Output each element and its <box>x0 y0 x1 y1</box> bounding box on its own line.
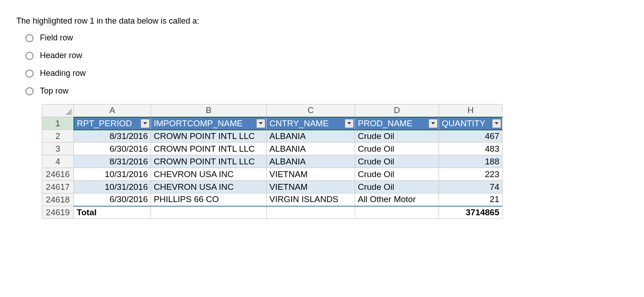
filter-dropdown-icon[interactable] <box>492 119 501 128</box>
cell-rpt-period[interactable]: 8/31/2016 <box>74 155 151 168</box>
filter-dropdown-icon[interactable] <box>141 119 150 128</box>
total-empty[interactable] <box>267 206 355 219</box>
cell-quantity[interactable]: 188 <box>439 155 503 168</box>
cell-prod[interactable]: Crude Oil <box>355 168 439 181</box>
cell-quantity[interactable]: 467 <box>439 130 503 143</box>
header-label: RPT_PERIOD <box>77 119 132 128</box>
filter-dropdown-icon[interactable] <box>429 119 438 128</box>
cell-importcomp[interactable]: PHILLIPS 66 CO <box>151 193 267 206</box>
header-row: 1 RPT_PERIOD IMPORTCOMP_NAME CNTRY_NAME … <box>42 117 503 130</box>
cell-prod[interactable]: Crude Oil <box>355 143 439 155</box>
row-number[interactable]: 24619 <box>42 206 74 219</box>
cell-rpt-period[interactable]: 10/31/2016 <box>74 168 151 181</box>
table-row: 2 8/31/2016 CROWN POINT INTL LLC ALBANIA… <box>42 130 503 143</box>
table-row: 24617 10/31/2016 CHEVRON USA INC VIETNAM… <box>42 181 503 193</box>
option-label: Heading row <box>40 69 86 78</box>
option-field-row[interactable]: Field row <box>25 33 635 43</box>
cell-quantity[interactable]: 21 <box>439 193 503 206</box>
row-number[interactable]: 24616 <box>42 168 74 181</box>
header-label: IMPORTCOMP_NAME <box>154 119 243 128</box>
row-number-1[interactable]: 1 <box>42 117 74 130</box>
row-number[interactable]: 24618 <box>42 193 74 206</box>
total-row: 24619 Total 3714865 <box>42 206 503 219</box>
total-label[interactable]: Total <box>74 206 151 219</box>
col-header-A[interactable]: A <box>74 104 151 117</box>
cell-importcomp[interactable]: CHEVRON USA INC <box>151 181 267 193</box>
header-cell-cntry-name[interactable]: CNTRY_NAME <box>267 117 355 130</box>
header-label: CNTRY_NAME <box>269 119 329 128</box>
total-empty[interactable] <box>151 206 267 219</box>
option-label: Top row <box>40 86 68 96</box>
cell-prod[interactable]: Crude Oil <box>355 155 439 168</box>
row-number[interactable]: 4 <box>42 155 74 168</box>
row-number[interactable]: 2 <box>42 130 74 143</box>
cell-importcomp[interactable]: CHEVRON USA INC <box>151 168 267 181</box>
cell-rpt-period[interactable]: 10/31/2016 <box>74 181 151 193</box>
cell-prod[interactable]: Crude Oil <box>355 130 439 143</box>
cell-rpt-period[interactable]: 6/30/2016 <box>74 193 151 206</box>
row-number[interactable]: 3 <box>42 143 74 155</box>
answer-options: Field row Header row Heading row Top row <box>25 33 635 96</box>
option-label: Field row <box>40 33 73 43</box>
select-all-corner[interactable] <box>42 104 74 117</box>
option-top-row[interactable]: Top row <box>25 86 635 96</box>
total-quantity[interactable]: 3714865 <box>439 206 503 219</box>
cell-cntry[interactable]: ALBANIA <box>267 130 355 143</box>
cell-cntry[interactable]: VIETNAM <box>267 168 355 181</box>
radio-icon[interactable] <box>25 52 34 60</box>
cell-importcomp[interactable]: CROWN POINT INTL LLC <box>151 143 267 155</box>
filter-dropdown-icon[interactable] <box>345 119 354 128</box>
cell-cntry[interactable]: VIETNAM <box>267 181 355 193</box>
cell-prod[interactable]: Crude Oil <box>355 181 439 193</box>
table-row: 24618 6/30/2016 PHILLIPS 66 CO VIRGIN IS… <box>42 193 503 206</box>
cell-quantity[interactable]: 74 <box>439 181 503 193</box>
table-row: 3 6/30/2016 CROWN POINT INTL LLC ALBANIA… <box>42 143 503 155</box>
col-header-H[interactable]: H <box>439 104 503 117</box>
cell-cntry[interactable]: ALBANIA <box>267 143 355 155</box>
option-label: Header row <box>40 51 82 60</box>
col-header-B[interactable]: B <box>151 104 267 117</box>
cell-quantity[interactable]: 483 <box>439 143 503 155</box>
header-label: PROD_NAME <box>358 119 412 128</box>
spreadsheet-table: A B C D H 1 RPT_PERIOD IMPORTCOMP_NAME C… <box>42 104 503 219</box>
cell-prod[interactable]: All Other Motor <box>355 193 439 206</box>
header-cell-prod-name[interactable]: PROD_NAME <box>355 117 439 130</box>
col-header-C[interactable]: C <box>267 104 355 117</box>
filter-dropdown-icon[interactable] <box>256 119 265 128</box>
cell-importcomp[interactable]: CROWN POINT INTL LLC <box>151 155 267 168</box>
cell-rpt-period[interactable]: 6/30/2016 <box>74 143 151 155</box>
column-letters-row: A B C D H <box>42 104 503 117</box>
option-heading-row[interactable]: Heading row <box>25 69 635 78</box>
table-row: 4 8/31/2016 CROWN POINT INTL LLC ALBANIA… <box>42 155 503 168</box>
row-number[interactable]: 24617 <box>42 181 74 193</box>
cell-importcomp[interactable]: CROWN POINT INTL LLC <box>151 130 267 143</box>
question-text: The highlighted row 1 in the data below … <box>16 16 635 26</box>
radio-icon[interactable] <box>25 69 34 78</box>
header-cell-rpt-period[interactable]: RPT_PERIOD <box>74 117 151 130</box>
spreadsheet-image: A B C D H 1 RPT_PERIOD IMPORTCOMP_NAME C… <box>42 104 635 219</box>
option-header-row[interactable]: Header row <box>25 51 635 60</box>
col-header-D[interactable]: D <box>355 104 439 117</box>
table-row: 24616 10/31/2016 CHEVRON USA INC VIETNAM… <box>42 168 503 181</box>
radio-icon[interactable] <box>25 34 34 42</box>
cell-rpt-period[interactable]: 8/31/2016 <box>74 130 151 143</box>
header-cell-importcomp-name[interactable]: IMPORTCOMP_NAME <box>151 117 267 130</box>
cell-quantity[interactable]: 223 <box>439 168 503 181</box>
total-empty[interactable] <box>355 206 439 219</box>
cell-cntry[interactable]: ALBANIA <box>267 155 355 168</box>
radio-icon[interactable] <box>25 87 34 95</box>
header-label: QUANTITY <box>442 119 485 128</box>
header-cell-quantity[interactable]: QUANTITY <box>439 117 503 130</box>
cell-cntry[interactable]: VIRGIN ISLANDS <box>267 193 355 206</box>
